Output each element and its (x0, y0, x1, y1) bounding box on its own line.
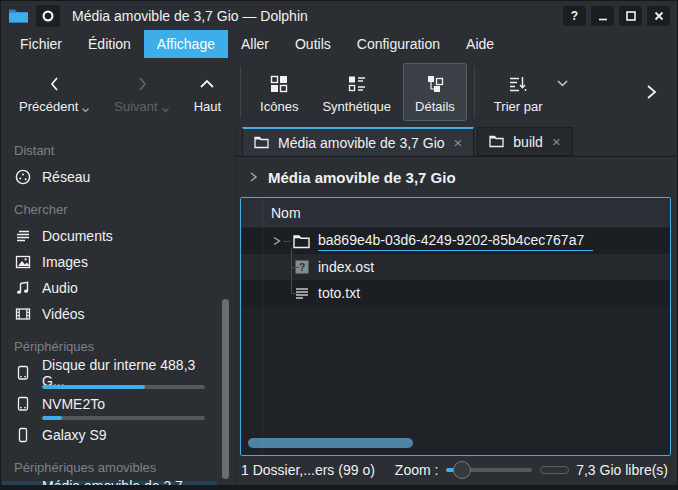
tab-media-amovible[interactable]: Média amovible de 3,7 Gio × (242, 127, 474, 156)
zoom-slider-handle[interactable] (453, 461, 471, 479)
file-row-index-ost[interactable]: ? index.ost (241, 254, 670, 280)
column-header-nom[interactable]: Nom (271, 205, 301, 221)
documents-icon (14, 227, 32, 245)
sidebar-item-label: Documents (42, 228, 113, 244)
svg-text:?: ? (298, 262, 304, 273)
window-controls: ? (563, 6, 670, 26)
toolbar: Précédent Suivant Haut Icônes Synthétiqu… (1, 58, 677, 126)
places-panel: Distant Réseau Chercher Documents Images… (2, 127, 236, 485)
maximize-button[interactable] (619, 6, 642, 26)
menu-outils[interactable]: Outils (282, 30, 344, 58)
section-distant: Distant (14, 143, 217, 158)
forward-label: Suivant (114, 99, 157, 114)
capacity-bar (540, 466, 569, 474)
file-rows: ba869e4b-03d6-4249-9202-85b4cec767a7 ? i… (241, 228, 670, 306)
tab-label: Média amovible de 3,7 Gio (278, 135, 445, 151)
sidebar-item-galaxy-s9[interactable]: Galaxy S9 (2, 422, 217, 448)
sidebar-item-media-amovible[interactable]: Média amovible de 3,7 ... (2, 481, 217, 485)
tab-build[interactable]: build × (477, 127, 572, 156)
sidebar-item-nvme[interactable]: NVME2To (2, 391, 217, 422)
tree-branch-line (291, 267, 299, 268)
sidebar-item-disque-dur[interactable]: Disque dur interne 488,3 G... (2, 360, 217, 391)
toolbar-overflow-button[interactable] (643, 83, 659, 101)
chevron-right-icon (131, 71, 153, 95)
close-button[interactable] (647, 6, 670, 26)
file-name[interactable]: index.ost (318, 259, 374, 275)
compact-view-button[interactable]: Synthétique (310, 63, 403, 121)
menu-configuration[interactable]: Configuration (344, 30, 453, 58)
list-header[interactable]: Nom (241, 198, 670, 228)
location-bar[interactable]: Média amovible de 3,7 Gio (236, 157, 676, 197)
chevron-right-icon (248, 171, 258, 183)
column-separator (262, 198, 263, 455)
sort-icon (507, 71, 529, 95)
menu-affichage[interactable]: Affichage (144, 30, 228, 58)
sort-by-button[interactable]: Trier par (482, 63, 555, 121)
titlebar[interactable]: Média amovible de 3,7 Gio — Dolphin ? (1, 1, 677, 30)
forward-button[interactable]: Suivant (102, 63, 181, 121)
disk-usage-fill (42, 385, 145, 389)
menu-fichier[interactable]: Fichier (7, 30, 75, 58)
usb-stick-icon (14, 485, 32, 486)
sidebar-item-label: Images (42, 254, 88, 270)
tab-label: build (513, 134, 543, 150)
back-label: Précédent (19, 99, 78, 114)
section-peripheriques: Périphériques (14, 339, 217, 354)
disk-usage-bar (42, 385, 205, 389)
menubar: Fichier Édition Affichage Aller Outils C… (1, 30, 677, 58)
tree-branch-line (283, 241, 291, 242)
file-view[interactable]: Nom ba869e4b-03d6-4249-9202-85b4cec767a7… (240, 197, 671, 456)
file-name[interactable]: toto.txt (318, 285, 360, 301)
icons-view-label: Icônes (260, 99, 298, 114)
back-button[interactable]: Précédent (7, 63, 102, 121)
help-button[interactable]: ? (563, 6, 586, 26)
disk-usage-fill (42, 416, 62, 420)
menu-aller[interactable]: Aller (228, 30, 282, 58)
details-view-icon (424, 71, 446, 95)
images-icon (14, 253, 32, 271)
hard-drive-icon (14, 395, 32, 413)
up-button[interactable]: Haut (182, 63, 233, 121)
icons-view-button[interactable]: Icônes (248, 63, 310, 121)
details-view-button[interactable]: Détails (403, 63, 467, 121)
tree-branch-line (291, 248, 292, 293)
horizontal-scrollbar[interactable] (248, 438, 413, 448)
sidebar-item-documents[interactable]: Documents (2, 223, 217, 249)
main-panel: Média amovible de 3,7 Gio × build × Médi… (236, 127, 676, 485)
sidebar-item-audio[interactable]: Audio (2, 275, 217, 301)
close-tab-icon[interactable]: × (454, 135, 463, 150)
free-space-label: 7,3 Gio libre(s) (576, 462, 668, 478)
sidebar-item-images[interactable]: Images (2, 249, 217, 275)
menu-edition[interactable]: Édition (75, 30, 144, 58)
sort-by-label: Trier par (494, 99, 543, 114)
sidebar-item-label: Disque dur interne 488,3 G... (42, 357, 209, 389)
file-name[interactable]: ba869e4b-03d6-4249-9202-85b4cec767a7 (318, 232, 593, 251)
tree-branch-line (291, 293, 299, 294)
sidebar-item-reseau[interactable]: Réseau (2, 164, 217, 190)
toolbar-separator (474, 66, 475, 118)
sidebar-item-videos[interactable]: Vidéos (2, 301, 217, 327)
close-tab-icon[interactable]: × (552, 134, 561, 149)
sort-dropdown-icon[interactable] (556, 79, 569, 88)
window-icon-button[interactable] (36, 5, 60, 27)
minimize-button[interactable] (591, 6, 614, 26)
expander-icon[interactable] (271, 233, 283, 249)
sidebar-item-label: Média amovible de 3,7 ... (42, 478, 183, 486)
menu-aide[interactable]: Aide (453, 30, 507, 58)
sidebar-item-label: Audio (42, 280, 78, 296)
videos-icon (14, 305, 32, 323)
menu-arrow-icon (161, 107, 170, 114)
audio-icon (14, 279, 32, 297)
breadcrumb[interactable]: Média amovible de 3,7 Gio (268, 169, 456, 186)
chevron-up-icon (196, 71, 218, 95)
file-row-folder[interactable]: ba869e4b-03d6-4249-9202-85b4cec767a7 (241, 228, 670, 254)
zoom-slider[interactable] (446, 460, 532, 480)
file-row-toto-txt[interactable]: toto.txt (241, 280, 670, 306)
phone-icon (14, 426, 32, 444)
up-label: Haut (194, 99, 221, 114)
network-icon (14, 168, 32, 186)
folder-icon (293, 233, 310, 250)
sidebar-item-label: Galaxy S9 (42, 427, 107, 443)
content-area: Distant Réseau Chercher Documents Images… (2, 127, 676, 485)
sidebar-scrollbar[interactable] (222, 299, 229, 479)
